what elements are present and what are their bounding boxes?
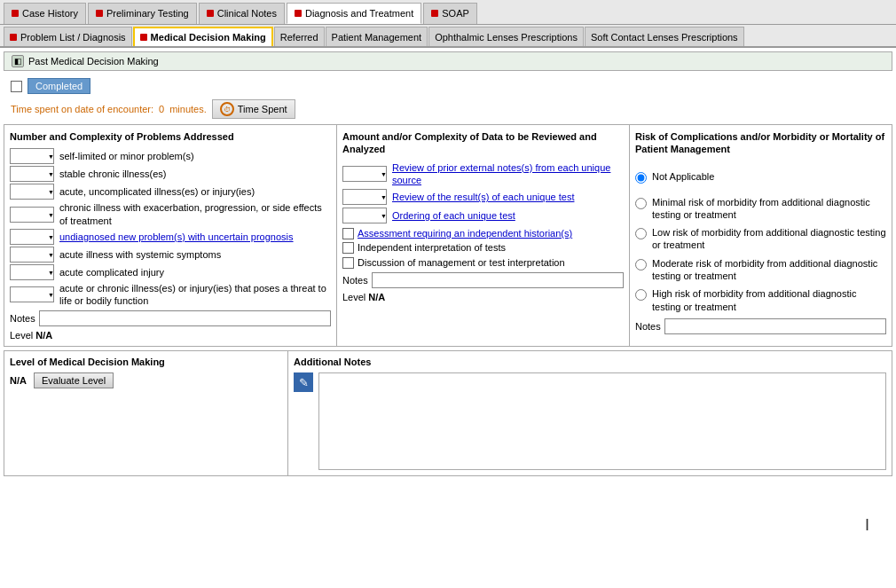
- bottom-bar: Level of Medical Decision Making N/A Eva…: [4, 350, 892, 476]
- data-check-label-2: Discussion of management or test interpr…: [358, 256, 624, 269]
- col3-notes-row: Notes: [635, 318, 886, 334]
- risk-radio-row-4: High risk of morbidity from additional d…: [635, 287, 886, 313]
- bottom-level-section: Level of Medical Decision Making N/A Eva…: [4, 351, 288, 475]
- col-risk-title: Risk of Complications and/or Morbidity o…: [635, 130, 886, 156]
- tab-soft-contact-lenses[interactable]: Soft Contact Lenses Prescriptions: [585, 27, 744, 46]
- additional-notes-title: Additional Notes: [294, 357, 886, 367]
- data-select-row-0: Review of prior external notes(s) from e…: [342, 161, 624, 187]
- problem-select-1[interactable]: [10, 166, 54, 182]
- tab-case-history[interactable]: Case History: [4, 3, 86, 24]
- data-label-0: Review of prior external notes(s) from e…: [392, 161, 624, 187]
- problem-select-6[interactable]: [10, 264, 54, 280]
- risk-radio-2[interactable]: [635, 228, 647, 239]
- col3-notes-input[interactable]: [664, 318, 886, 334]
- top-tab-bar: Case History Preliminary Testing Clinica…: [0, 0, 896, 25]
- additional-notes-section: Additional Notes ✎: [288, 351, 892, 475]
- additional-notes-inner: ✎: [294, 372, 886, 470]
- risk-label-3: Moderate risk of morbidity from addition…: [652, 257, 886, 283]
- tab-icon: [10, 34, 17, 41]
- problem-select-7[interactable]: [10, 286, 54, 302]
- tab-icon: [140, 34, 147, 41]
- risk-radio-4[interactable]: [635, 289, 647, 301]
- problem-row: acute or chronic illness(es) or injury(i…: [10, 282, 331, 308]
- level-title: Level of Medical Decision Making: [10, 357, 282, 367]
- data-label-1: Review of the result(s) of each unique t…: [392, 191, 624, 203]
- tab-problem-list[interactable]: Problem List / Diagnosis: [4, 27, 132, 46]
- problem-label-6: acute complicated injury: [59, 266, 331, 278]
- problem-select-3[interactable]: [10, 207, 54, 223]
- additional-notes-icon[interactable]: ✎: [294, 372, 313, 392]
- problem-row: acute complicated injury: [10, 264, 331, 280]
- tab-diagnosis-treatment[interactable]: Diagnosis and Treatment: [287, 3, 421, 24]
- tab-soap[interactable]: SOAP: [423, 3, 477, 24]
- col1-level-row: Level N/A: [10, 330, 331, 341]
- risk-radio-3[interactable]: [635, 259, 647, 270]
- time-value: 0: [159, 104, 164, 114]
- data-checkbox-1[interactable]: [342, 242, 354, 254]
- problem-label-5: acute illness with systemic symptoms: [59, 248, 331, 261]
- problem-label-3: chronic illness with exacerbation, progr…: [59, 201, 331, 227]
- tab-clinical-notes[interactable]: Clinical Notes: [199, 3, 285, 24]
- risk-label-1: Minimal risk of morbidity from additiona…: [652, 196, 886, 222]
- col2-notes-input[interactable]: [372, 272, 624, 288]
- col1-notes-input[interactable]: [39, 310, 331, 326]
- risk-label-2: Low risk of morbidity from additional di…: [652, 226, 886, 252]
- time-spent-button[interactable]: ⏱ Time Spent: [212, 99, 295, 119]
- col-problems-title: Number and Complexity of Problems Addres…: [10, 130, 331, 143]
- problem-row: undiagnosed new problem(s) with uncertai…: [10, 229, 331, 245]
- risk-label-0: Not Applicable: [652, 170, 714, 183]
- additional-notes-textarea[interactable]: [318, 372, 886, 470]
- data-label-2: Ordering of each unique test: [392, 209, 624, 222]
- problem-select-0[interactable]: [10, 148, 54, 164]
- main-grid: Number and Complexity of Problems Addres…: [4, 124, 892, 347]
- problem-label-2: acute, uncomplicated illness(es) or inju…: [59, 185, 331, 198]
- data-check-row-2: Discussion of management or test interpr…: [342, 256, 624, 269]
- col-data: Amount and/or Complexity of Data to be R…: [337, 125, 630, 346]
- tab-icon: [96, 10, 103, 17]
- tab-ophthalmic-lenses[interactable]: Ophthalmic Lenses Prescriptions: [428, 27, 584, 46]
- problem-label-7: acute or chronic illness(es) or injury(i…: [59, 282, 331, 308]
- col1-level-label: Level: [10, 330, 33, 341]
- tab-referred[interactable]: Referred: [274, 27, 325, 46]
- data-check-row-1: Independent interpretation of tests: [342, 241, 624, 254]
- clock-icon: ⏱: [220, 102, 234, 116]
- data-select-2[interactable]: [342, 208, 387, 223]
- data-check-row-0: Assessment requiring an independent hist…: [342, 227, 624, 239]
- risk-radio-row-1: Minimal risk of morbidity from additiona…: [635, 196, 886, 222]
- problem-select-4[interactable]: [10, 229, 54, 245]
- tab-medical-decision-making[interactable]: Medical Decision Making: [133, 27, 273, 46]
- data-checkbox-2[interactable]: [342, 257, 354, 269]
- problem-row: self-limited or minor problem(s): [10, 148, 331, 164]
- time-row: Time spent on date of encounter: 0 minut…: [0, 98, 896, 124]
- problem-row: chronic illness with exacerbation, progr…: [10, 201, 331, 227]
- risk-radio-row-3: Moderate risk of morbidity from addition…: [635, 257, 886, 283]
- col1-level-value: N/A: [35, 330, 52, 341]
- tab-icon: [12, 10, 19, 17]
- problem-select-5[interactable]: [10, 247, 54, 263]
- completed-badge: Completed: [28, 78, 90, 94]
- problem-label-1: stable chronic illness(es): [59, 168, 331, 180]
- data-select-1[interactable]: [342, 189, 387, 205]
- section-header: ◧ Past Medical Decision Making: [4, 51, 892, 71]
- col1-notes-label: Notes: [10, 313, 35, 324]
- col3-notes-label: Notes: [635, 321, 661, 332]
- risk-radio-1[interactable]: [635, 198, 647, 209]
- level-value: N/A: [10, 375, 27, 386]
- risk-radio-row-2: Low risk of morbidity from additional di…: [635, 226, 886, 252]
- problem-row: acute, uncomplicated illness(es) or inju…: [10, 184, 331, 200]
- data-select-0[interactable]: [342, 166, 387, 182]
- problem-row: acute illness with systemic symptoms: [10, 247, 331, 263]
- evaluate-level-button[interactable]: Evaluate Level: [34, 372, 114, 388]
- col-data-title: Amount and/or Complexity of Data to be R…: [342, 130, 624, 156]
- completed-checkbox[interactable]: [11, 81, 22, 92]
- section-icon: ◧: [12, 55, 24, 67]
- tab-preliminary-testing[interactable]: Preliminary Testing: [88, 3, 197, 24]
- problem-label-4: undiagnosed new problem(s) with uncertai…: [59, 231, 331, 243]
- col2-level-label: Level: [342, 292, 365, 302]
- problem-select-2[interactable]: [10, 184, 54, 200]
- risk-radio-0[interactable]: [635, 172, 647, 184]
- data-checkbox-0[interactable]: [342, 228, 354, 239]
- tab-patient-management[interactable]: Patient Management: [326, 27, 428, 46]
- col2-notes-label: Notes: [342, 275, 368, 286]
- col2-level-row: Level N/A: [342, 292, 624, 302]
